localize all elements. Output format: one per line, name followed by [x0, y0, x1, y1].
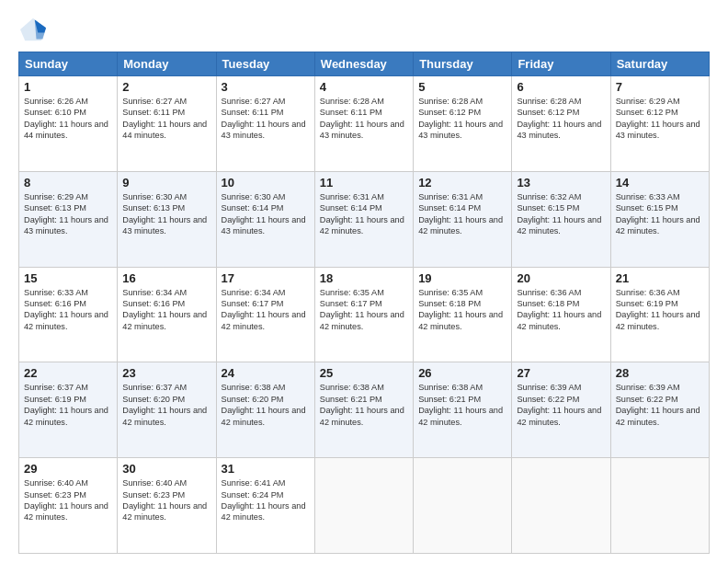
day-number: 1	[24, 80, 112, 94]
day-info: Sunrise: 6:33 AMSunset: 6:15 PMDaylight:…	[616, 191, 704, 237]
day-number: 23	[122, 366, 210, 380]
calendar-cell: 10Sunrise: 6:30 AMSunset: 6:14 PMDayligh…	[216, 171, 314, 267]
calendar-cell: 27Sunrise: 6:39 AMSunset: 6:22 PMDayligh…	[512, 362, 610, 458]
calendar-cell: 21Sunrise: 6:36 AMSunset: 6:19 PMDayligh…	[610, 267, 709, 362]
day-info: Sunrise: 6:30 AMSunset: 6:13 PMDaylight:…	[122, 191, 210, 237]
day-number: 21	[616, 271, 704, 285]
calendar-cell: 9Sunrise: 6:30 AMSunset: 6:13 PMDaylight…	[118, 171, 216, 267]
calendar-cell: 30Sunrise: 6:40 AMSunset: 6:23 PMDayligh…	[118, 458, 216, 554]
day-info: Sunrise: 6:29 AMSunset: 6:12 PMDaylight:…	[616, 96, 704, 142]
day-info: Sunrise: 6:38 AMSunset: 6:21 PMDaylight:…	[320, 382, 408, 428]
header-saturday: Saturday	[610, 52, 709, 76]
day-number: 3	[222, 80, 310, 94]
calendar-cell: 2Sunrise: 6:27 AMSunset: 6:11 PMDaylight…	[118, 76, 216, 172]
day-info: Sunrise: 6:28 AMSunset: 6:12 PMDaylight:…	[517, 96, 605, 142]
calendar-table: SundayMondayTuesdayWednesdayThursdayFrid…	[18, 52, 710, 554]
calendar-header-row: SundayMondayTuesdayWednesdayThursdayFrid…	[19, 52, 710, 76]
day-info: Sunrise: 6:31 AMSunset: 6:14 PMDaylight:…	[418, 191, 506, 237]
header-thursday: Thursday	[414, 52, 512, 76]
day-number: 8	[24, 176, 112, 190]
calendar-cell: 20Sunrise: 6:36 AMSunset: 6:18 PMDayligh…	[512, 267, 610, 362]
day-number: 15	[24, 271, 112, 285]
header-friday: Friday	[512, 52, 610, 76]
day-info: Sunrise: 6:40 AMSunset: 6:23 PMDaylight:…	[122, 477, 210, 523]
day-number: 13	[517, 176, 605, 190]
day-info: Sunrise: 6:38 AMSunset: 6:21 PMDaylight:…	[418, 382, 506, 428]
day-info: Sunrise: 6:35 AMSunset: 6:18 PMDaylight:…	[418, 287, 506, 333]
day-number: 24	[222, 366, 310, 380]
day-number: 10	[222, 176, 310, 190]
day-info: Sunrise: 6:39 AMSunset: 6:22 PMDaylight:…	[517, 382, 605, 428]
calendar-cell: 18Sunrise: 6:35 AMSunset: 6:17 PMDayligh…	[314, 267, 413, 362]
day-number: 19	[418, 271, 506, 285]
calendar-cell: 29Sunrise: 6:40 AMSunset: 6:23 PMDayligh…	[19, 458, 118, 554]
day-info: Sunrise: 6:34 AMSunset: 6:17 PMDaylight:…	[222, 287, 310, 333]
calendar-cell: 11Sunrise: 6:31 AMSunset: 6:14 PMDayligh…	[314, 171, 413, 267]
calendar-cell: 5Sunrise: 6:28 AMSunset: 6:12 PMDaylight…	[414, 76, 512, 172]
calendar-cell: 3Sunrise: 6:27 AMSunset: 6:11 PMDaylight…	[216, 76, 314, 172]
calendar-cell	[414, 458, 512, 554]
day-info: Sunrise: 6:34 AMSunset: 6:16 PMDaylight:…	[122, 287, 210, 333]
calendar-cell: 17Sunrise: 6:34 AMSunset: 6:17 PMDayligh…	[216, 267, 314, 362]
day-number: 14	[616, 176, 704, 190]
day-info: Sunrise: 6:27 AMSunset: 6:11 PMDaylight:…	[222, 96, 310, 142]
calendar-cell	[610, 458, 709, 554]
calendar-cell	[512, 458, 610, 554]
day-number: 11	[320, 176, 408, 190]
calendar-cell: 28Sunrise: 6:39 AMSunset: 6:22 PMDayligh…	[610, 362, 709, 458]
day-info: Sunrise: 6:27 AMSunset: 6:11 PMDaylight:…	[122, 96, 210, 142]
day-info: Sunrise: 6:39 AMSunset: 6:22 PMDaylight:…	[616, 382, 704, 428]
day-info: Sunrise: 6:26 AMSunset: 6:10 PMDaylight:…	[24, 96, 112, 142]
day-number: 31	[222, 462, 310, 476]
logo-icon	[18, 17, 48, 42]
header-monday: Monday	[118, 52, 216, 76]
day-info: Sunrise: 6:32 AMSunset: 6:15 PMDaylight:…	[517, 191, 605, 237]
calendar-cell: 23Sunrise: 6:37 AMSunset: 6:20 PMDayligh…	[118, 362, 216, 458]
day-number: 12	[418, 176, 506, 190]
header-tuesday: Tuesday	[216, 52, 314, 76]
calendar-cell: 16Sunrise: 6:34 AMSunset: 6:16 PMDayligh…	[118, 267, 216, 362]
day-number: 30	[122, 462, 210, 476]
day-number: 22	[24, 366, 112, 380]
page: SundayMondayTuesdayWednesdayThursdayFrid…	[0, 0, 728, 563]
day-info: Sunrise: 6:41 AMSunset: 6:24 PMDaylight:…	[222, 477, 310, 523]
day-info: Sunrise: 6:33 AMSunset: 6:16 PMDaylight:…	[24, 287, 112, 333]
calendar-cell: 22Sunrise: 6:37 AMSunset: 6:19 PMDayligh…	[19, 362, 118, 458]
day-info: Sunrise: 6:28 AMSunset: 6:12 PMDaylight:…	[418, 96, 506, 142]
calendar-cell	[314, 458, 413, 554]
day-number: 9	[122, 176, 210, 190]
calendar-cell: 15Sunrise: 6:33 AMSunset: 6:16 PMDayligh…	[19, 267, 118, 362]
day-info: Sunrise: 6:30 AMSunset: 6:14 PMDaylight:…	[222, 191, 310, 237]
calendar-cell: 31Sunrise: 6:41 AMSunset: 6:24 PMDayligh…	[216, 458, 314, 554]
calendar-week-3: 15Sunrise: 6:33 AMSunset: 6:16 PMDayligh…	[19, 267, 710, 362]
day-info: Sunrise: 6:28 AMSunset: 6:11 PMDaylight:…	[320, 96, 408, 142]
calendar-cell: 4Sunrise: 6:28 AMSunset: 6:11 PMDaylight…	[314, 76, 413, 172]
calendar-cell: 13Sunrise: 6:32 AMSunset: 6:15 PMDayligh…	[512, 171, 610, 267]
calendar-cell: 12Sunrise: 6:31 AMSunset: 6:14 PMDayligh…	[414, 171, 512, 267]
day-number: 2	[122, 80, 210, 94]
calendar-week-2: 8Sunrise: 6:29 AMSunset: 6:13 PMDaylight…	[19, 171, 710, 267]
calendar-cell: 19Sunrise: 6:35 AMSunset: 6:18 PMDayligh…	[414, 267, 512, 362]
day-number: 5	[418, 80, 506, 94]
day-number: 16	[122, 271, 210, 285]
day-info: Sunrise: 6:29 AMSunset: 6:13 PMDaylight:…	[24, 191, 112, 237]
day-number: 25	[320, 366, 408, 380]
calendar-cell: 7Sunrise: 6:29 AMSunset: 6:12 PMDaylight…	[610, 76, 709, 172]
header	[18, 17, 710, 42]
day-info: Sunrise: 6:37 AMSunset: 6:20 PMDaylight:…	[122, 382, 210, 428]
day-number: 17	[222, 271, 310, 285]
day-number: 29	[24, 462, 112, 476]
day-number: 20	[517, 271, 605, 285]
day-number: 26	[418, 366, 506, 380]
calendar-week-4: 22Sunrise: 6:37 AMSunset: 6:19 PMDayligh…	[19, 362, 710, 458]
calendar-cell: 24Sunrise: 6:38 AMSunset: 6:20 PMDayligh…	[216, 362, 314, 458]
day-info: Sunrise: 6:31 AMSunset: 6:14 PMDaylight:…	[320, 191, 408, 237]
day-info: Sunrise: 6:40 AMSunset: 6:23 PMDaylight:…	[24, 477, 112, 523]
day-info: Sunrise: 6:36 AMSunset: 6:19 PMDaylight:…	[616, 287, 704, 333]
calendar-cell: 8Sunrise: 6:29 AMSunset: 6:13 PMDaylight…	[19, 171, 118, 267]
calendar-cell: 14Sunrise: 6:33 AMSunset: 6:15 PMDayligh…	[610, 171, 709, 267]
day-info: Sunrise: 6:36 AMSunset: 6:18 PMDaylight:…	[517, 287, 605, 333]
day-number: 27	[517, 366, 605, 380]
header-sunday: Sunday	[19, 52, 118, 76]
header-wednesday: Wednesday	[314, 52, 413, 76]
